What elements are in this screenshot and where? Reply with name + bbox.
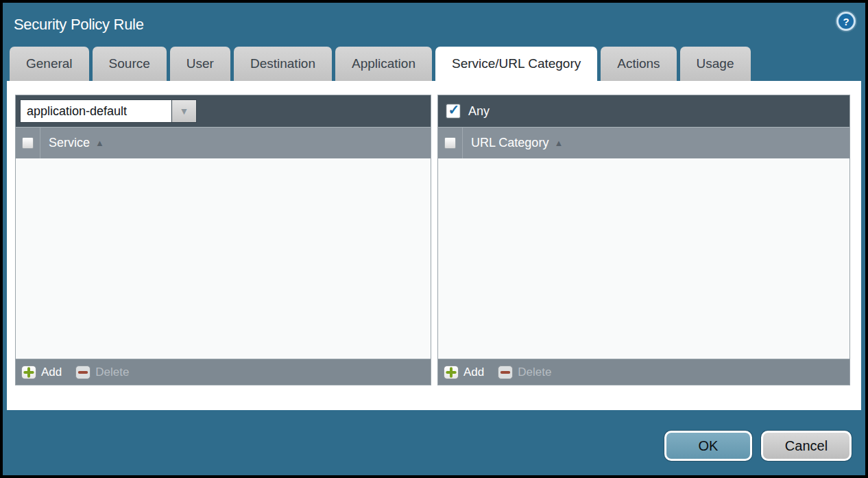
tab-content-area: ▼ Service ▲ Add [7,81,861,410]
tab-bar: General Source User Destination Applicat… [3,47,865,81]
service-panel: ▼ Service ▲ Add [15,95,431,385]
tab-usage[interactable]: Usage [680,47,751,81]
url-category-table-header: URL Category ▲ [438,127,849,158]
service-header-checkbox-cell [16,128,40,158]
url-category-panel: ✓ Any URL Category ▲ [437,95,850,385]
url-category-list-body[interactable] [438,158,849,359]
sort-ascending-icon[interactable]: ▲ [554,138,563,148]
tab-general[interactable]: General [10,47,89,81]
service-dropdown-button[interactable]: ▼ [171,99,197,123]
service-footer: Add Delete [16,359,431,385]
service-type-dropdown: ▼ [20,99,197,123]
url-category-toolbar: ✓ Any [438,95,849,127]
service-delete-button[interactable]: Delete [75,366,129,379]
ok-button[interactable]: OK [664,431,752,461]
minus-icon [498,366,513,379]
service-list-body[interactable] [16,158,431,359]
url-category-add-button[interactable]: Add [444,366,484,379]
add-button-label: Add [463,366,484,379]
add-button-label: Add [41,366,62,379]
any-checkbox[interactable]: ✓ [446,104,460,118]
title-bar: Security Policy Rule ? [3,3,865,47]
delete-button-label: Delete [518,366,551,379]
tab-destination[interactable]: Destination [234,47,332,81]
tab-application[interactable]: Application [335,47,432,81]
service-select-all-checkbox[interactable] [22,137,34,149]
dialog-title: Security Policy Rule [14,16,144,34]
tab-user[interactable]: User [170,47,230,81]
add-icon [21,366,36,379]
url-category-footer: Add Delete [438,359,849,385]
service-table-header: Service ▲ [16,127,431,158]
any-checkbox-label: Any [468,104,490,119]
url-category-delete-button[interactable]: Delete [498,366,551,379]
security-policy-rule-dialog: Security Policy Rule ? General Source Us… [3,3,865,475]
minus-icon [75,366,91,379]
add-icon [444,366,459,379]
service-dropdown-input[interactable] [20,99,171,123]
sort-ascending-icon[interactable]: ▲ [95,138,104,148]
service-toolbar: ▼ [16,95,431,127]
check-icon: ✓ [448,103,460,117]
chevron-down-icon: ▼ [180,106,189,116]
dialog-action-row: OK Cancel [3,410,865,475]
delete-button-label: Delete [95,366,129,379]
question-mark-glyph: ? [843,16,849,27]
url-category-column-label[interactable]: URL Category [471,136,548,150]
tab-source[interactable]: Source [93,47,167,81]
tab-actions[interactable]: Actions [601,47,676,81]
tab-service-url-category[interactable]: Service/URL Category [435,47,597,81]
help-icon[interactable]: ? [836,12,856,31]
url-category-header-checkbox-cell [438,128,463,158]
cancel-button[interactable]: Cancel [761,431,852,461]
url-category-select-all-checkbox[interactable] [444,137,456,149]
service-add-button[interactable]: Add [21,366,62,379]
service-column-label[interactable]: Service [49,136,90,150]
